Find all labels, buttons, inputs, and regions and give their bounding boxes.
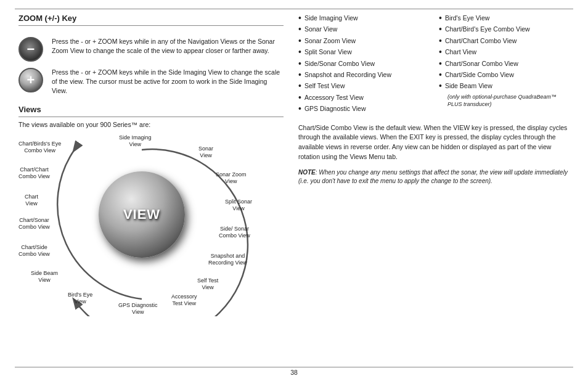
- label-split-sonar: Split SonarView: [225, 199, 252, 213]
- bullet-accessory-test: •Accessory Test View: [298, 93, 429, 102]
- bullet-side-beam: •Side Beam View: [439, 81, 570, 91]
- label-sonar-zoom: Sonar ZoomView: [216, 171, 247, 186]
- views-intro: The views available on your 900 Series™ …: [18, 121, 284, 128]
- label-gps-diagnostic: GPS DiagnosticView: [118, 302, 158, 316]
- page-number: 38: [0, 369, 588, 376]
- views-divider: [18, 117, 284, 117]
- bullet-col-right: •Bird's Eye View •Chart/Bird's Eye Combo…: [439, 14, 570, 116]
- top-divider: [15, 9, 573, 9]
- label-sonar: SonarView: [198, 145, 213, 160]
- views-section: Views The views available on your 900 Se…: [18, 105, 284, 313]
- label-snapshot: Snapshot andRecording View: [208, 253, 247, 267]
- zoom-section: ZOOM (+/-) Key − Press the - or + ZOOM k…: [18, 14, 284, 96]
- side-beam-note: (only with optional-purchase QuadraBeam™…: [439, 93, 570, 108]
- label-side-sonar-combo: Side/ SonarCombo View: [219, 226, 250, 240]
- bullet-chart-sonar: •Chart/Sonar Combo View: [439, 59, 570, 68]
- note-block: NOTE: When you change any menu settings …: [298, 168, 570, 186]
- zoom-plus-row: + Press the - or + ZOOM keys while in th…: [18, 68, 284, 96]
- label-chart-sonar: Chart/SonarCombo View: [18, 217, 50, 231]
- label-birds-eye: Bird's EyeView: [68, 292, 92, 306]
- zoom-divider: [18, 25, 284, 26]
- bullet-gps-diagnostic: •GPS Diagnostic View: [298, 104, 429, 113]
- bullet-col-left: •Side Imaging View •Sonar View •Sonar Zo…: [298, 14, 429, 116]
- bullet-birds-eye: •Bird's Eye View: [439, 14, 570, 23]
- right-column: •Side Imaging View •Sonar View •Sonar Zo…: [298, 14, 570, 313]
- note-text: : When you change any menu settings that…: [298, 169, 568, 185]
- zoom-text-2: Press the - or + ZOOM keys while in the …: [52, 68, 284, 96]
- bullet-chart-birds-eye: •Chart/Bird's Eye Combo View: [439, 25, 570, 34]
- label-chart-chart: Chart/ChartCombo View: [18, 166, 50, 181]
- zoom-title: ZOOM (+/-) Key: [18, 14, 76, 23]
- label-accessory-test: AccessoryTest View: [171, 293, 197, 308]
- bullet-sonar-zoom: •Sonar Zoom View: [298, 36, 429, 46]
- label-side-beam: Side BeamView: [31, 270, 58, 284]
- bullet-chart-side: •Chart/Side Combo View: [439, 70, 570, 80]
- views-title: Views: [18, 105, 284, 114]
- plus-icon: +: [18, 68, 43, 92]
- bullet-chart-chart: •Chart/Chart Combo View: [439, 36, 570, 46]
- label-side-imaging: Side ImagingView: [119, 134, 152, 149]
- bottom-divider: [15, 367, 573, 367]
- minus-icon: −: [18, 37, 43, 62]
- bullet-sonar: •Sonar View: [298, 25, 429, 34]
- label-self-test: Self TestView: [197, 277, 218, 292]
- bullet-side-sonar: •Side/Sonar Combo View: [298, 59, 429, 68]
- zoom-text-1: Press the - or + ZOOM keys while in any …: [52, 37, 284, 55]
- bullet-split-sonar: •Split Sonar View: [298, 47, 429, 57]
- bullet-chart-view: •Chart View: [439, 47, 570, 57]
- bullet-lists: •Side Imaging View •Sonar View •Sonar Zo…: [298, 14, 570, 116]
- bullet-self-test: •Self Test View: [298, 81, 429, 91]
- sphere-label: VIEW: [123, 207, 160, 223]
- bullet-side-imaging: •Side Imaging View: [298, 14, 429, 23]
- bullet-snapshot: •Snapshot and Recording View: [298, 70, 429, 80]
- zoom-minus-row: − Press the - or + ZOOM keys while in an…: [18, 37, 284, 62]
- label-chart-view: ChartView: [25, 194, 38, 208]
- label-chart-birds-eye: Chart/Birds's EyeCombo View: [18, 141, 61, 155]
- note-label: NOTE: [298, 169, 316, 176]
- circle-diagram: VIEW Side ImagingView SonarView Sonar Zo…: [18, 134, 277, 313]
- view-sphere: VIEW: [99, 171, 185, 258]
- label-chart-side: Chart/SideCombo View: [18, 244, 50, 258]
- combo-description: Chart/Side Combo View is the default vie…: [298, 123, 570, 162]
- left-column: ZOOM (+/-) Key − Press the - or + ZOOM k…: [18, 14, 284, 313]
